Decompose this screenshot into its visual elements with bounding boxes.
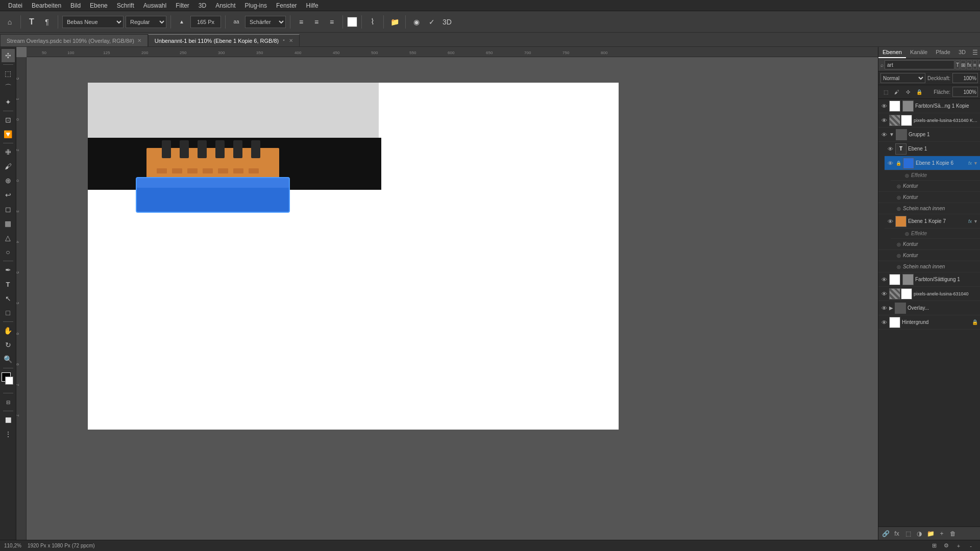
panel-tab-pfade[interactable]: Pfade: [932, 47, 954, 58]
layer-expand-ebene-1-kopie-6[interactable]: ▼: [973, 161, 978, 166]
eyedropper-tool[interactable]: 🔽: [2, 128, 15, 141]
text-tool-button[interactable]: T: [25, 15, 38, 29]
link-layers-button[interactable]: 🔗: [880, 529, 891, 539]
dodge-tool[interactable]: ○: [2, 245, 15, 259]
bottom-zoom-out-button[interactable]: -: [966, 541, 976, 551]
font-size-input[interactable]: [190, 16, 221, 28]
layer-expand-ebene-1-kopie-7[interactable]: ▼: [973, 219, 978, 224]
magic-wand-tool[interactable]: ✦: [2, 95, 15, 109]
new-group-button[interactable]: 📁: [925, 529, 936, 539]
lock-transparent-button[interactable]: ⬚: [880, 87, 891, 97]
text-color-swatch[interactable]: [347, 17, 357, 27]
tab-stream-overlays-close[interactable]: ✕: [137, 38, 141, 43]
layer-eye-ebene-1[interactable]: 👁: [887, 145, 894, 153]
add-style-button[interactable]: fx: [892, 529, 902, 539]
menu-filter[interactable]: Filter: [172, 1, 193, 10]
panel-menu-button[interactable]: ☰: [970, 47, 980, 58]
menu-bild[interactable]: Bild: [66, 1, 85, 10]
text-tool[interactable]: T: [2, 278, 15, 291]
new-adjustment-button[interactable]: ◑: [914, 529, 924, 539]
layer-eye-pixels-kopie[interactable]: 👁: [880, 117, 888, 124]
3d-button[interactable]: 📁: [388, 15, 401, 29]
delete-layer-button[interactable]: 🗑: [948, 529, 958, 539]
tab-unbenannt-close[interactable]: ✕: [289, 38, 293, 43]
panel-tab-3d[interactable]: 3D: [954, 47, 970, 58]
menu-fenster[interactable]: Fenster: [272, 1, 301, 10]
bottom-arrange-button[interactable]: ⊞: [929, 541, 939, 551]
quick-mask-tool[interactable]: ⊟: [2, 395, 15, 409]
layer-eye-gruppe-1[interactable]: 👁: [880, 131, 888, 138]
pen-tool[interactable]: ✒: [2, 263, 15, 277]
panel-tab-kanaele[interactable]: Kanäle: [906, 47, 932, 58]
3d-type-button[interactable]: 3D: [440, 15, 454, 29]
layer-pixels-lusina[interactable]: 👁 pixels-anele-lusina-631040: [878, 287, 980, 301]
layer-eye-farbton-1[interactable]: 👁: [880, 276, 888, 283]
layer-gruppe-1[interactable]: 👁 ▼ Gruppe 1: [878, 128, 980, 142]
menu-schrift[interactable]: Schrift: [113, 1, 138, 10]
layer-farbton-kopie[interactable]: 👁 Farbton/Sä...ng 1 Kopie: [878, 99, 980, 113]
layer-eye-farbton-kopie[interactable]: 👁: [880, 103, 888, 110]
canvas-viewport[interactable]: [27, 57, 878, 540]
layer-eye-pixels-lusina[interactable]: 👁: [880, 290, 888, 297]
add-mask-button[interactable]: ⬚: [903, 529, 913, 539]
panel-tab-ebenen[interactable]: Ebenen: [878, 47, 906, 58]
3d-mode-button[interactable]: ◉: [410, 15, 423, 29]
overlay-expand-arrow[interactable]: ▶: [889, 305, 893, 311]
eraser-tool[interactable]: ◻: [2, 203, 15, 216]
brush-tool[interactable]: 🖌: [2, 160, 15, 173]
warp-text-button[interactable]: ⌇: [366, 15, 379, 29]
extra-tools-button[interactable]: ⋮: [2, 428, 15, 441]
lock-image-button[interactable]: 🖌: [892, 87, 902, 97]
layer-kontur-3[interactable]: ◎ Kontur: [878, 239, 980, 250]
font-family-select[interactable]: Bebas Neue: [62, 16, 124, 28]
align-right-button[interactable]: ≡: [325, 15, 338, 29]
lasso-tool[interactable]: ⌒: [2, 81, 15, 94]
menu-ansicht[interactable]: Ansicht: [211, 1, 239, 10]
lock-position-button[interactable]: ✣: [903, 87, 913, 97]
bottom-settings-button[interactable]: ⚙: [941, 541, 951, 551]
layer-farbton-sattigung-1[interactable]: 👁 Farbton/Sättigung 1: [878, 272, 980, 287]
tab-stream-overlays[interactable]: Stream Overlays.psdc bei 109% (Overlay, …: [0, 34, 148, 46]
layer-schein-nach-innen-1[interactable]: ◎ Schein nach innen: [878, 203, 980, 214]
search-mode-button[interactable]: ≡: [973, 60, 977, 69]
marquee-tool[interactable]: ⬚: [2, 67, 15, 80]
rotate-tool[interactable]: ↻: [2, 338, 15, 352]
antialiasing-button[interactable]: aa: [230, 15, 243, 29]
layer-ebene-1-kopie-6[interactable]: 👁 🔒 Ebene 1 Kopie 6 fx ▼: [885, 156, 980, 170]
gradient-tool[interactable]: ▦: [2, 217, 15, 230]
align-left-button[interactable]: ≡: [295, 15, 308, 29]
bottom-zoom-in-button[interactable]: +: [953, 541, 964, 551]
menu-3d[interactable]: 3D: [194, 1, 210, 10]
layer-eye-hintergrund[interactable]: 👁: [880, 319, 888, 326]
search-type-button[interactable]: T: [955, 60, 960, 69]
menu-plugins[interactable]: Plug-ins: [241, 1, 271, 10]
shape-tool[interactable]: □: [2, 306, 15, 319]
layer-eye-ebene-1-kopie-7[interactable]: 👁: [887, 218, 894, 225]
move-tool[interactable]: ✣: [2, 49, 15, 62]
background-color[interactable]: [5, 377, 13, 385]
layer-ebene-1[interactable]: 👁 T Ebene 1: [885, 142, 980, 156]
clone-tool[interactable]: ⊕: [2, 174, 15, 187]
home-button[interactable]: ⌂: [3, 15, 16, 29]
opacity-input[interactable]: [952, 73, 978, 83]
menu-hilfe[interactable]: Hilfe: [302, 1, 323, 10]
search-attr-button[interactable]: ◉: [978, 60, 980, 69]
hand-tool[interactable]: ✋: [2, 324, 15, 337]
fill-input[interactable]: [952, 87, 978, 97]
layer-kontur-2[interactable]: ◎ Kontur: [878, 192, 980, 203]
font-size-decrement[interactable]: ▲: [175, 15, 188, 29]
layer-ebene-1-kopie-7[interactable]: 👁 Ebene 1 Kopie 7 fx ▼: [885, 214, 980, 229]
tab-unbenannt[interactable]: Unbenannt-1 bei 110% (Ebene 1 Kopie 6, R…: [148, 34, 300, 46]
search-effect-button[interactable]: fx: [967, 60, 972, 69]
layer-hintergrund[interactable]: 👁 Hintergrund 🔒: [878, 315, 980, 330]
layers-search-input[interactable]: [885, 60, 954, 69]
heal-tool[interactable]: ✙: [2, 145, 15, 159]
sharpness-select[interactable]: Schärfer: [245, 16, 286, 28]
layer-eye-overlay[interactable]: 👁: [880, 305, 888, 312]
path-select-tool[interactable]: ↖: [2, 292, 15, 305]
gruppe-expand-arrow[interactable]: ▼: [889, 132, 894, 137]
menu-ebene[interactable]: Ebene: [86, 1, 112, 10]
menu-auswahl[interactable]: Auswahl: [139, 1, 170, 10]
layer-kontur-4[interactable]: ◎ Kontur: [878, 250, 980, 261]
menu-bearbeiten[interactable]: Bearbeiten: [28, 1, 65, 10]
